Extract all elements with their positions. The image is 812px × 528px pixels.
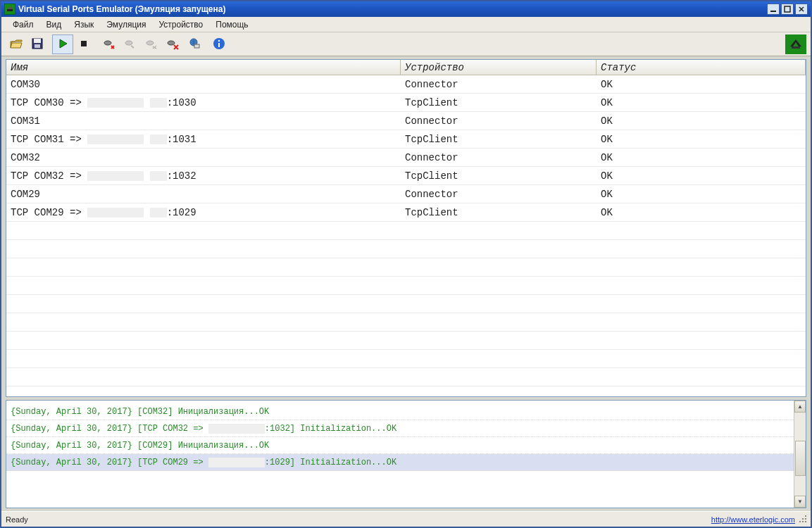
save-button[interactable] — [27, 34, 48, 54]
cell-device: Connector — [401, 79, 596, 90]
redacted-ip — [208, 424, 265, 434]
table-row[interactable]: COM31ConnectorOK — [6, 112, 806, 130]
play-button[interactable] — [52, 34, 73, 54]
scroll-down-button[interactable]: ▼ — [794, 496, 806, 508]
scroll-up-button[interactable]: ▲ — [794, 401, 806, 413]
resize-grip[interactable] — [798, 514, 808, 524]
open-button[interactable] — [6, 34, 27, 54]
menu-language[interactable]: Язык — [68, 18, 99, 32]
window-title: Virtual Serial Ports Emulator (Эмуляция … — [18, 4, 767, 14]
table-row-empty — [6, 368, 806, 386]
play-icon — [56, 37, 70, 52]
menu-view[interactable]: Вид — [41, 18, 68, 32]
minimize-button[interactable] — [767, 4, 780, 15]
cell-device: TcpClient — [401, 97, 596, 108]
redacted-ip — [87, 171, 144, 181]
device-edit-button[interactable] — [120, 34, 141, 54]
info-button[interactable] — [208, 34, 230, 54]
device-delete-button[interactable] — [162, 34, 183, 54]
svg-point-11 — [104, 41, 111, 45]
cell-device: TcpClient — [401, 170, 596, 182]
logo-icon — [787, 35, 804, 54]
status-bar: Ready http://www.eterlogic.com — [1, 511, 811, 527]
svg-rect-32 — [805, 521, 806, 522]
svg-rect-26 — [792, 46, 800, 49]
svg-point-15 — [146, 41, 154, 45]
redacted-ip — [150, 98, 167, 108]
cell-status: OK — [596, 207, 806, 218]
table-row[interactable]: COM30ConnectorOK — [6, 75, 806, 94]
table-row-empty — [6, 222, 806, 240]
svg-rect-0 — [7, 9, 13, 11]
col-name[interactable]: Имя — [6, 60, 401, 75]
menu-emulation[interactable]: Эмуляция — [101, 18, 151, 32]
device-new-button[interactable] — [99, 34, 120, 54]
info-icon — [212, 37, 226, 52]
cell-name: TCP COM29 => :1029 — [6, 207, 401, 218]
table-row[interactable]: TCP COM30 => :1030TcpClientOK — [6, 94, 806, 112]
cell-status: OK — [596, 170, 806, 182]
cell-device: Connector — [401, 152, 596, 163]
device-new-icon — [102, 37, 116, 52]
cell-status: OK — [596, 189, 806, 200]
vendor-logo[interactable] — [785, 34, 806, 54]
scroll-thumb[interactable] — [795, 441, 806, 476]
svg-rect-1 — [8, 7, 12, 9]
cell-name: COM32 — [6, 152, 401, 163]
svg-rect-14 — [131, 45, 135, 49]
maximize-button[interactable] — [781, 4, 794, 15]
redacted-ip — [87, 208, 144, 218]
table-row-empty — [6, 295, 806, 313]
close-button[interactable] — [795, 4, 808, 15]
open-icon — [9, 37, 23, 52]
svg-rect-3 — [785, 6, 790, 12]
col-device[interactable]: Устройство — [401, 60, 596, 75]
log-line[interactable]: {Sunday, April 30, 2017} [COM32] Инициал… — [6, 403, 794, 420]
redacted-ip — [150, 134, 167, 144]
cell-name: TCP COM30 => :1030 — [6, 97, 401, 108]
svg-point-23 — [218, 39, 220, 41]
table-row[interactable]: TCP COM32 => :1032TcpClientOK — [6, 167, 806, 185]
svg-point-12 — [112, 46, 113, 48]
table-row-empty — [6, 277, 806, 295]
log-line[interactable]: {Sunday, April 30, 2017} [TCP COM32 => :… — [6, 420, 794, 437]
save-icon — [30, 37, 44, 52]
cell-device: Connector — [401, 115, 596, 127]
title-bar[interactable]: Virtual Serial Ports Emulator (Эмуляция … — [1, 1, 811, 17]
menu-help[interactable]: Помощь — [210, 18, 254, 32]
stop-button[interactable] — [73, 34, 94, 54]
col-status[interactable]: Статус — [596, 60, 806, 75]
device-reconnect-button[interactable] — [141, 34, 162, 54]
svg-marker-9 — [60, 39, 67, 48]
table-row[interactable]: TCP COM29 => :1029TcpClientOK — [6, 203, 806, 222]
menu-device[interactable]: Устройство — [153, 18, 208, 32]
vendor-link[interactable]: http://www.eterlogic.com — [711, 515, 806, 524]
cell-status: OK — [596, 79, 806, 90]
cell-name: TCP COM32 => :1032 — [6, 170, 401, 182]
redacted-ip — [208, 458, 265, 467]
cell-name: COM30 — [6, 79, 401, 90]
scroll-track[interactable] — [794, 413, 806, 496]
redacted-ip — [87, 98, 144, 108]
svg-rect-8 — [35, 44, 40, 48]
table-row[interactable]: COM29ConnectorOK — [6, 185, 806, 203]
svg-point-16 — [168, 41, 175, 45]
device-network-button[interactable] — [183, 34, 204, 54]
log-scrollbar[interactable]: ▲ ▼ — [794, 401, 806, 508]
log-line[interactable]: {Sunday, April 30, 2017} [COM29] Инициал… — [6, 437, 794, 454]
table-row-empty — [6, 350, 806, 368]
table-row[interactable]: COM32ConnectorOK — [6, 149, 806, 167]
svg-rect-31 — [802, 521, 804, 522]
cell-status: OK — [596, 97, 806, 108]
redacted-ip — [150, 208, 167, 218]
log-line[interactable]: {Sunday, April 30, 2017} [TCP COM29 => :… — [6, 454, 794, 471]
svg-rect-20 — [194, 44, 199, 48]
log-panel: {Sunday, April 30, 2017} [COM32] Инициал… — [6, 400, 806, 508]
device-network-icon — [187, 37, 201, 52]
svg-rect-2 — [770, 11, 776, 12]
svg-rect-28 — [802, 518, 804, 520]
device-delete-icon — [165, 37, 180, 52]
menu-file[interactable]: Файл — [7, 18, 39, 32]
table-row[interactable]: TCP COM31 => :1031TcpClientOK — [6, 130, 806, 149]
cell-name: COM29 — [6, 189, 401, 200]
